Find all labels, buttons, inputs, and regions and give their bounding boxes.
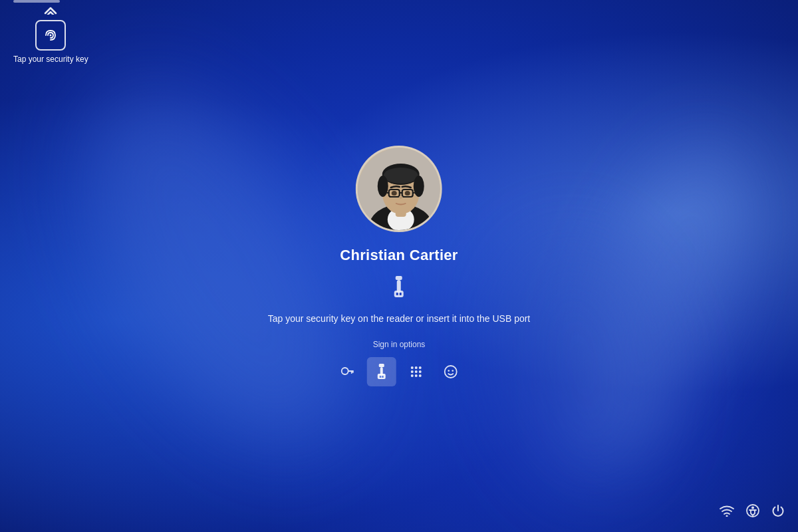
grid-icon (409, 364, 424, 379)
usb-security-key-icon (388, 276, 410, 303)
svg-point-23 (342, 368, 348, 374)
svg-rect-20 (394, 291, 404, 297)
power-icon[interactable] (771, 504, 785, 520)
svg-rect-31 (382, 376, 384, 378)
svg-point-44 (726, 515, 728, 517)
user-avatar (356, 146, 442, 232)
svg-point-9 (378, 176, 388, 197)
svg-point-16 (392, 191, 397, 196)
svg-point-46 (751, 507, 754, 509)
svg-point-17 (405, 191, 410, 196)
face-icon (444, 364, 458, 379)
security-key-icon (375, 364, 388, 380)
svg-point-8 (384, 168, 418, 184)
login-panel: Christian Cartier Tap your security key … (268, 146, 531, 386)
svg-point-34 (419, 366, 422, 369)
security-key-option-button[interactable] (367, 357, 396, 386)
svg-rect-29 (378, 374, 386, 379)
svg-point-39 (415, 374, 418, 377)
wifi-icon[interactable] (720, 505, 734, 519)
svg-rect-21 (396, 293, 398, 295)
instruction-text: Tap your security key on the reader or i… (268, 313, 531, 324)
tap-security-key-label: Tap your security key (13, 55, 88, 64)
sign-in-options-label: Sign in options (373, 340, 426, 349)
svg-point-38 (411, 374, 414, 377)
nfc-icon-box (35, 20, 66, 51)
accessibility-icon[interactable] (746, 504, 759, 520)
svg-rect-27 (379, 364, 384, 367)
sign-in-options-row (332, 357, 466, 386)
user-name: Christian Cartier (340, 247, 458, 264)
security-key-indicator: Tap your security key (0, 0, 102, 70)
svg-point-37 (419, 370, 422, 373)
svg-rect-18 (396, 276, 402, 280)
svg-rect-30 (380, 376, 382, 378)
face-option-button[interactable] (436, 357, 466, 386)
svg-point-32 (411, 366, 414, 369)
svg-point-43 (452, 370, 454, 372)
password-option-button[interactable] (332, 357, 362, 386)
key-icon (340, 364, 354, 379)
svg-point-0 (50, 35, 52, 37)
svg-point-35 (411, 370, 414, 373)
svg-point-41 (445, 366, 457, 378)
svg-point-40 (419, 374, 422, 377)
pin-option-button[interactable] (402, 357, 431, 386)
svg-point-33 (415, 366, 418, 369)
svg-point-36 (415, 370, 418, 373)
svg-point-42 (448, 370, 450, 372)
chevron-up-icon (44, 7, 57, 16)
svg-rect-22 (400, 293, 402, 295)
svg-point-10 (414, 176, 424, 197)
system-icons-bar (720, 504, 785, 520)
